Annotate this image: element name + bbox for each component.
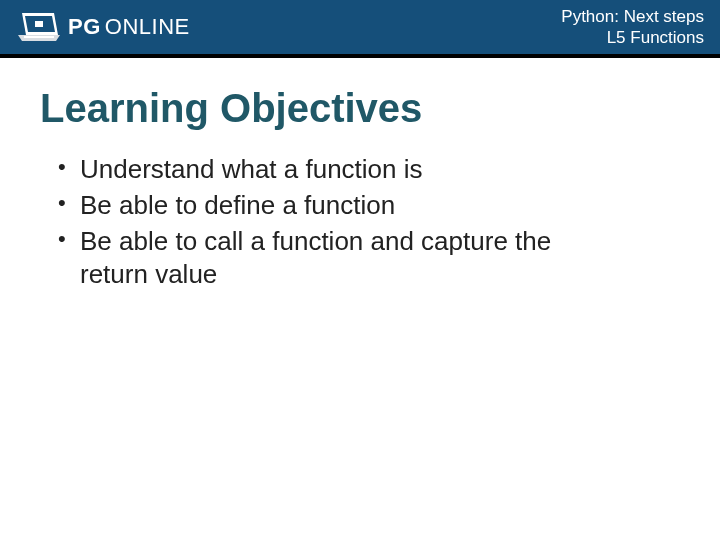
brand-online: ONLINE xyxy=(105,14,190,40)
objectives-list: Understand what a function is Be able to… xyxy=(40,153,680,292)
course-line-1: Python: Next steps xyxy=(561,6,704,27)
brand-text: PG ONLINE xyxy=(68,14,190,40)
brand-pg: PG xyxy=(68,14,101,40)
slide-header: PG ONLINE Python: Next steps L5 Function… xyxy=(0,0,720,58)
svg-rect-4 xyxy=(24,36,54,38)
brand-logo: PG ONLINE xyxy=(18,11,190,43)
slide-body: Learning Objectives Understand what a fu… xyxy=(0,58,720,292)
list-item: Be able to call a function and capture t… xyxy=(62,225,622,293)
laptop-icon xyxy=(18,11,60,43)
course-title: Python: Next steps L5 Functions xyxy=(561,6,704,49)
list-item: Be able to define a function xyxy=(62,189,622,223)
svg-rect-2 xyxy=(35,21,43,27)
list-item: Understand what a function is xyxy=(62,153,622,187)
course-line-2: L5 Functions xyxy=(561,27,704,48)
slide-heading: Learning Objectives xyxy=(40,86,680,131)
